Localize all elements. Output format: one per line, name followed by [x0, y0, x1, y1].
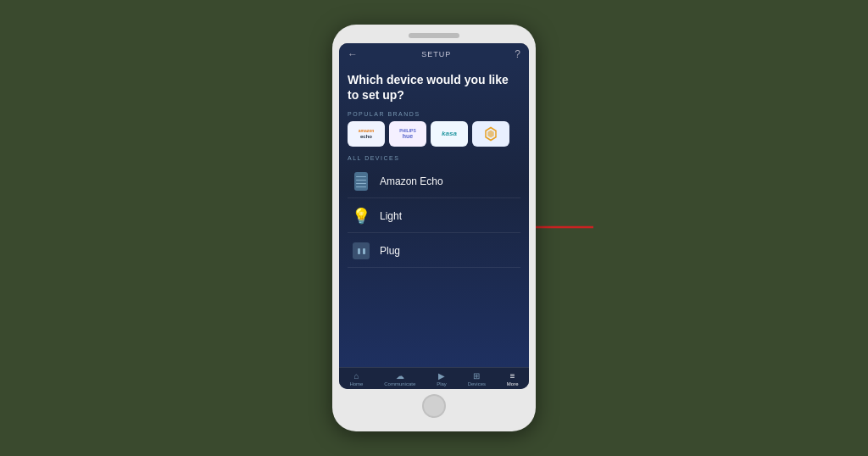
screen-header: ← SETUP ? [339, 43, 529, 64]
communicate-icon: ☁ [396, 371, 404, 381]
echo-icon-wrap [351, 171, 371, 192]
home-button[interactable] [422, 394, 446, 418]
nav-devices[interactable]: ⊞ Devices [468, 371, 486, 386]
home-icon: ⌂ [353, 371, 359, 381]
device-item-light[interactable]: 💡 Light [348, 200, 520, 233]
communicate-nav-label: Communicate [384, 381, 415, 386]
nav-play[interactable]: ▶ Play [437, 371, 447, 386]
echo-device-icon [354, 172, 368, 191]
popular-brands-label: POPULAR BRANDS [348, 111, 520, 117]
all-devices-section: ALL DEVICES Amazon Echo [348, 155, 520, 367]
devices-nav-label: Devices [468, 381, 486, 386]
brand-amazon-echo[interactable]: amazon echo [348, 121, 385, 147]
more-nav-label: More [507, 381, 519, 386]
nav-home[interactable]: ⌂ Home [349, 371, 363, 386]
main-question: Which device would you like to set up? [348, 72, 520, 103]
bottom-nav: ⌂ Home ☁ Communicate ▶ Play ⊞ Devices ≡ … [339, 367, 529, 389]
device-item-plug[interactable]: Plug [348, 235, 520, 268]
plug-icon-wrap [351, 241, 371, 261]
play-icon: ▶ [438, 371, 445, 381]
device-item-amazon-echo[interactable]: Amazon Echo [348, 165, 520, 198]
amazon-echo-label: Amazon Echo [380, 175, 443, 187]
more-icon: ≡ [510, 371, 515, 381]
phone-screen: ← SETUP ? Which device would you like to… [339, 43, 529, 389]
nav-communicate[interactable]: ☁ Communicate [384, 371, 415, 386]
plug-device-icon [353, 242, 370, 259]
light-icon-wrap: 💡 [351, 206, 371, 226]
hive-icon [483, 126, 498, 142]
screen-title: SETUP [421, 50, 451, 58]
device-list: Amazon Echo 💡 Light [348, 165, 520, 268]
home-nav-label: Home [349, 381, 363, 386]
light-label: Light [380, 210, 402, 222]
brand-hive[interactable] [472, 121, 509, 147]
devices-icon: ⊞ [473, 371, 480, 381]
all-devices-label: ALL DEVICES [348, 155, 520, 161]
nav-more[interactable]: ≡ More [507, 371, 519, 386]
screen-content: Which device would you like to set up? P… [339, 64, 529, 367]
brands-row: amazon echo PHILIPS hue kasa [348, 121, 520, 147]
back-button[interactable]: ← [348, 48, 358, 60]
help-button[interactable]: ? [515, 48, 520, 60]
brand-kasa[interactable]: kasa [431, 121, 468, 147]
brand-philips-hue[interactable]: PHILIPS hue [389, 121, 426, 147]
phone-top-bar [409, 33, 459, 38]
phone-frame: ← SETUP ? Which device would you like to… [332, 25, 536, 431]
plug-label: Plug [380, 245, 400, 257]
light-device-icon: 💡 [352, 207, 370, 225]
play-nav-label: Play [437, 381, 447, 386]
